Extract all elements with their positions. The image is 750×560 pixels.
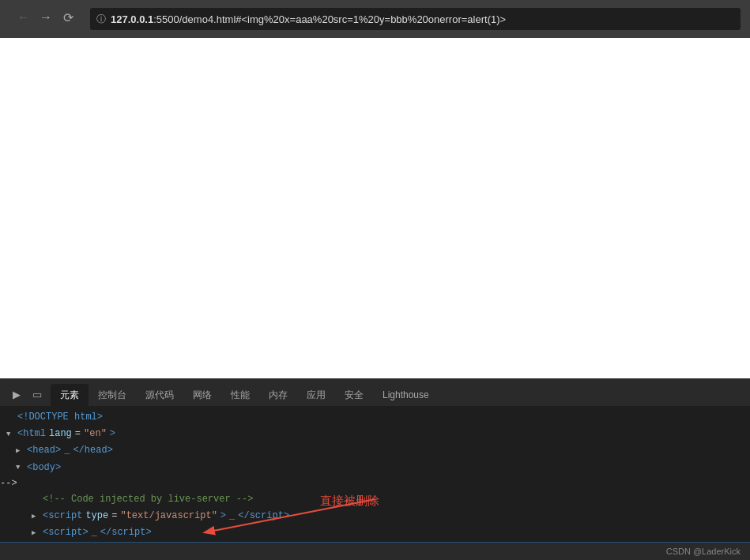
- triangle-html[interactable]: ▼: [6, 429, 14, 440]
- tab-application[interactable]: 应用: [297, 384, 335, 406]
- triangle-script[interactable]: ▶: [32, 528, 40, 539]
- triangle-script-type[interactable]: ▶: [32, 511, 40, 522]
- tab-sources[interactable]: 源代码: [136, 384, 183, 406]
- doctype-tag: <!DOCTYPE html>: [17, 410, 103, 425]
- triangle-head[interactable]: ▶: [16, 445, 24, 457]
- browser-toolbar: ← → ⟳ ⓘ 127.0.0.1:5500/demo4.html#<img%2…: [0, 0, 750, 38]
- html-line-body: ▼ <body>: [0, 460, 750, 476]
- html-attr-lang-name: lang: [49, 427, 72, 442]
- tab-elements[interactable]: 元素: [51, 384, 89, 406]
- devtools-panel: ▶ ▭ 元素 控制台 源代码 网络 性能 内存 应用 安全 Lighthouse…: [0, 378, 750, 560]
- head-close-tag: </head>: [73, 443, 112, 458]
- device-icon[interactable]: ▭: [28, 385, 46, 403]
- head-dots: _: [64, 443, 70, 458]
- html-line-div: ... ▶ <div></div>: [0, 542, 750, 543]
- html-attr-lang-val: "en": [84, 427, 107, 442]
- devtools-html-content: ▶ <!DOCTYPE html> ▼ <html lang="en"> ▶ <…: [0, 406, 750, 543]
- bottom-credit-text: CSDN @LaderKick: [666, 547, 741, 556]
- url-path: :5500/demo4.html#<img%20x=aaa%20src=1%20…: [153, 13, 506, 25]
- inspect-icon[interactable]: ▶: [8, 385, 25, 403]
- tab-security[interactable]: 安全: [335, 384, 373, 406]
- forward-button[interactable]: →: [36, 8, 55, 27]
- tab-performance[interactable]: 性能: [221, 384, 259, 406]
- script-tag: <script>: [43, 525, 89, 540]
- script-type-attr-val: "text/javascript": [120, 509, 217, 524]
- reload-button[interactable]: ⟳: [58, 8, 77, 27]
- tab-memory[interactable]: 内存: [259, 384, 297, 406]
- div-close-tag: </div>: [93, 543, 127, 543]
- devtools-icons: ▶ ▭: [3, 385, 51, 406]
- html-line-doctype: ▶ <!DOCTYPE html>: [0, 409, 750, 426]
- tab-lighthouse[interactable]: Lighthouse: [373, 384, 439, 406]
- html-line-script-type: ▶ <script type="text/javascript">_</scri…: [0, 508, 750, 524]
- html-line-head: ▶ <head>_</head>: [0, 442, 750, 459]
- html-line-html: ▼ <html lang="en">: [0, 426, 750, 442]
- page-content-area: [0, 38, 750, 378]
- head-tag: <head>: [27, 443, 61, 458]
- script-close: </script>: [100, 525, 152, 540]
- back-button[interactable]: ←: [14, 8, 33, 27]
- script-dots: _: [92, 525, 97, 540]
- script-type-attr-name: type: [85, 509, 108, 524]
- script-type-tag: <script: [43, 509, 82, 524]
- url-text: 127.0.0.1:5500/demo4.html#<img%20x=aaa%2…: [111, 13, 506, 25]
- div-tag: <div>: [62, 543, 90, 543]
- html-open-close: >: [110, 427, 115, 442]
- html-open-tag: <html: [17, 427, 46, 442]
- tab-console[interactable]: 控制台: [89, 384, 136, 406]
- html-line-comment: <!-- Code injected by live-server -->: [0, 491, 750, 508]
- triangle-body[interactable]: ▼: [16, 462, 24, 473]
- url-host: 127.0.0.1: [111, 13, 153, 25]
- devtools-bottom-bar: CSDN @LaderKick: [0, 543, 750, 560]
- script-type-dots: _: [229, 509, 235, 524]
- devtools-tabbar: ▶ ▭ 元素 控制台 源代码 网络 性能 内存 应用 安全 Lighthouse: [0, 378, 750, 406]
- body-open-tag: <body>: [27, 460, 61, 475]
- lock-icon: ⓘ: [96, 13, 106, 26]
- html-attr-eq: =: [75, 427, 81, 442]
- address-bar[interactable]: ⓘ 127.0.0.1:5500/demo4.html#<img%20x=aaa…: [90, 8, 741, 30]
- comment-text: <!-- Code injected by live-server -->: [43, 492, 253, 507]
- nav-buttons: ← → ⟳: [9, 8, 82, 30]
- tab-network[interactable]: 网络: [183, 384, 221, 406]
- script-type-close: </script>: [238, 509, 289, 524]
- html-line-script: ▶ <script>_</script>: [0, 524, 750, 541]
